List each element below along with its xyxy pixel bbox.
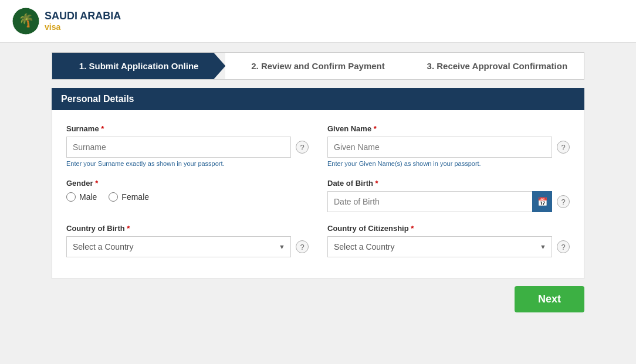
logo-text: SAUDI ARABIA visa [45,10,121,32]
surname-input-row: ? [66,137,309,158]
country-birth-group: Country of Birth * Select a Country ▼ ? [66,224,309,257]
dob-input-row: 📅 ? [327,191,570,212]
gender-female-label: Female [121,192,149,202]
gender-male-option[interactable]: Male [66,192,97,202]
gender-male-radio[interactable] [66,192,76,202]
header: 🌴 SAUDI ARABIA visa [0,0,636,43]
gender-group: Gender * Male Female [66,179,309,212]
logo-subtitle: visa [45,22,121,32]
surname-help-button[interactable]: ? [296,141,309,154]
country-citizenship-select-wrap: Select a Country ▼ [327,236,552,257]
logo-area: 🌴 SAUDI ARABIA visa [12,7,121,35]
given-name-hint: Enter your Given Name(s) as shown in you… [327,160,570,167]
gender-female-option[interactable]: Female [109,192,149,202]
surname-group: Surname * ? Enter your Surname exactly a… [66,124,309,167]
dob-group: Date of Birth * 📅 ? [327,179,570,212]
steps-container: 1. Submit Application Online 2. Review a… [52,52,584,80]
country-birth-input-row: Select a Country ▼ ? [66,236,309,257]
dob-input[interactable] [327,191,552,212]
saudi-arabia-logo-icon: 🌴 [12,7,40,35]
step-1[interactable]: 1. Submit Application Online [52,53,225,79]
given-name-help-button[interactable]: ? [557,141,570,154]
country-birth-help-button[interactable]: ? [296,240,309,253]
form-area: Surname * ? Enter your Surname exactly a… [52,110,584,279]
main-content: Personal Details Surname * ? Enter your … [52,88,584,279]
step-3[interactable]: 3. Receive Approval Confirmation [405,53,584,79]
given-name-input[interactable] [327,137,552,158]
gender-female-radio[interactable] [109,192,118,202]
country-citizenship-help-button[interactable]: ? [557,240,570,253]
svg-text:🌴: 🌴 [18,12,35,28]
logo-title: SAUDI ARABIA [45,10,121,23]
dob-input-wrap: 📅 [327,191,552,212]
country-citizenship-group: Country of Citizenship * Select a Countr… [327,224,570,257]
country-birth-select[interactable]: Select a Country [66,236,291,257]
country-citizenship-input-row: Select a Country ▼ ? [327,236,570,257]
calendar-icon[interactable]: 📅 [532,191,552,212]
given-name-group: Given Name * ? Enter your Given Name(s) … [327,124,570,167]
country-birth-select-wrap: Select a Country ▼ [66,236,291,257]
given-name-label: Given Name * [327,124,570,133]
step-3-label: 3. Receive Approval Confirmation [427,61,568,71]
country-birth-label: Country of Birth * [66,224,309,233]
form-row-3: Country of Birth * Select a Country ▼ ? … [66,224,570,257]
given-name-input-row: ? [327,137,570,158]
form-row-2: Gender * Male Female Date of Birth * [66,179,570,212]
surname-input[interactable] [66,137,291,158]
step-1-label: 1. Submit Application Online [79,61,199,71]
dob-help-button[interactable]: ? [557,195,570,208]
section-title: Personal Details [61,94,134,104]
surname-label: Surname * [66,124,309,133]
step-2[interactable]: 2. Review and Confirm Payment [225,53,404,79]
gender-label: Gender * [66,179,309,188]
country-citizenship-select[interactable]: Select a Country [327,236,552,257]
section-header: Personal Details [52,88,584,110]
gender-male-label: Male [79,192,97,202]
gender-options: Male Female [66,192,309,202]
country-citizenship-label: Country of Citizenship * [327,224,570,233]
next-button[interactable]: Next [515,286,584,312]
step-2-label: 2. Review and Confirm Payment [251,61,385,71]
dob-label: Date of Birth * [327,179,570,188]
form-row-1: Surname * ? Enter your Surname exactly a… [66,124,570,167]
bottom-bar: Next [0,279,636,319]
surname-hint: Enter your Surname exactly as shown in y… [66,160,309,167]
